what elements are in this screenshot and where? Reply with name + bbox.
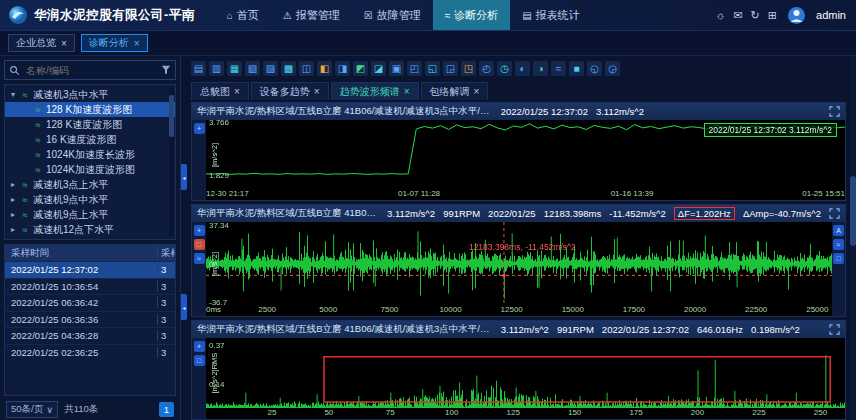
table-row[interactable]: 2022/01/25 04:36:283: [5, 327, 175, 344]
menu-item-alarm[interactable]: ⚠报警管理: [271, 0, 352, 30]
main-scrollbar[interactable]: [850, 56, 856, 420]
close-icon[interactable]: ×: [134, 38, 140, 49]
sample-value-cell: 3: [157, 330, 175, 341]
waterfall-tool-icon[interactable]: ▩: [281, 61, 296, 76]
page-size-select[interactable]: 50条/页 ∨: [6, 401, 58, 418]
orbit-tool-icon[interactable]: ▣: [389, 61, 404, 76]
annotation-tool-icon[interactable]: A: [833, 225, 844, 236]
workspace-tab-diagnosis[interactable]: 诊断分析×: [81, 34, 148, 52]
chart-tab-envelope[interactable]: 包络解调×: [421, 82, 489, 100]
waveform-tool-icon[interactable]: ◫: [299, 61, 314, 76]
wave-tool-icon[interactable]: ≈: [194, 253, 205, 264]
cepstrum-tool-icon[interactable]: ◩: [353, 61, 368, 76]
fullscreen-icon[interactable]: [829, 324, 840, 335]
wave-compare-tool-icon[interactable]: ≈: [551, 61, 566, 76]
refresh-icon[interactable]: ↻: [751, 9, 760, 21]
trend-tool-strip: +: [192, 120, 206, 200]
tree-scroll-thumb[interactable]: [169, 95, 174, 137]
tree-item-label: 1024K加速度长波形: [46, 148, 135, 162]
trend-tool-icon[interactable]: ▧: [245, 61, 260, 76]
chart-tab-overview[interactable]: 总貌图×: [191, 82, 249, 100]
box-select-tool-icon[interactable]: □: [194, 239, 205, 250]
overall-value: 3.112m/s^2: [596, 106, 644, 117]
theme-icon[interactable]: ☼: [715, 9, 725, 21]
box-select-tool-icon[interactable]: □: [194, 355, 205, 366]
matrix-tool-icon[interactable]: ▦: [227, 61, 242, 76]
close-icon[interactable]: ×: [61, 38, 67, 49]
chart-path: 华润平南水泥/熟料区域/五线B立磨 41B06/减速机/减速机3点中...: [197, 207, 379, 220]
close-icon[interactable]: ×: [234, 86, 240, 97]
zoom-tool-icon[interactable]: +: [194, 341, 205, 352]
waveform-chart-canvas[interactable]: [206, 222, 832, 305]
overview-tool-icon[interactable]: ▤: [191, 61, 206, 76]
menu-item-home[interactable]: ⌂首页: [215, 0, 271, 30]
mirror-tool-icon[interactable]: ◑: [533, 61, 548, 76]
table-row[interactable]: 2022/01/25 06:36:363: [5, 311, 175, 328]
menu-item-fault[interactable]: ☒故障管理: [352, 0, 433, 30]
table-row[interactable]: 2022/01/25 10:36:543: [5, 278, 175, 295]
collapse-handle[interactable]: ◂: [181, 164, 187, 190]
username[interactable]: admin: [816, 9, 846, 21]
polar-tool-icon[interactable]: ◲: [443, 61, 458, 76]
nyquist-tool-icon[interactable]: ◱: [425, 61, 440, 76]
band-cursor-icon[interactable]: □: [833, 253, 844, 264]
message-icon[interactable]: ✉: [733, 9, 742, 21]
menu-item-report[interactable]: ▤报表统计: [510, 0, 591, 30]
close-icon[interactable]: ×: [404, 86, 410, 97]
fullscreen-icon[interactable]: [829, 106, 840, 117]
compare-tool-icon[interactable]: ◐: [515, 61, 530, 76]
tree-scrollbar[interactable]: [169, 87, 174, 237]
page-number-button[interactable]: 1: [159, 402, 174, 417]
filter-icon[interactable]: [161, 65, 171, 75]
chart-tab-trend-wave-spectrum[interactable]: 趋势波形频谱×: [331, 82, 419, 100]
table-row[interactable]: 2022/01/25 02:36:253: [5, 344, 175, 361]
apps-icon[interactable]: ⊞: [768, 9, 777, 21]
app-title: 华润水泥控股有限公司-平南: [34, 7, 195, 24]
spectrum-tool-icon[interactable]: ◧: [317, 61, 332, 76]
tree-item[interactable]: ≈1024K加速度长波形: [5, 147, 175, 162]
search-icon[interactable]: [9, 65, 20, 76]
col-sample-value[interactable]: 采样值: [157, 247, 175, 260]
tree-item[interactable]: ▾≈减速机3点中水平: [5, 87, 175, 102]
fullscreen-icon[interactable]: [829, 208, 840, 219]
close-icon[interactable]: ×: [474, 86, 480, 97]
tree-item[interactable]: ≈128 K速度波形图: [5, 117, 175, 132]
harmonic-cursor-icon[interactable]: ≈: [833, 239, 844, 250]
col-sample-time[interactable]: 采样时间: [5, 247, 157, 260]
tree-item[interactable]: ▸≈减速机3点上水平: [5, 177, 175, 192]
menu-item-diagnosis[interactable]: ≈诊断分析: [433, 0, 511, 30]
envelope-tool-icon[interactable]: ◨: [335, 61, 350, 76]
zoom-tool-icon[interactable]: +: [194, 123, 205, 134]
zoom-tool-icon[interactable]: +: [194, 225, 205, 236]
tree-item[interactable]: ≈128 K加速度波形图: [5, 102, 175, 117]
shaft-centerline-tool-icon[interactable]: ◳: [461, 61, 476, 76]
workspace-tab-enterprise-overview[interactable]: 企业总览×: [8, 34, 75, 52]
close-icon[interactable]: ×: [314, 86, 320, 97]
settings-tool-icon[interactable]: ◶: [605, 61, 620, 76]
report-tool-icon[interactable]: ■: [569, 61, 584, 76]
avatar[interactable]: [788, 7, 805, 24]
spectrum-chart-canvas[interactable]: [206, 338, 845, 408]
chart-path: 华润平南水泥/熟料区域/五线B立磨 41B06/减速机/减速机3点中水平/128…: [197, 105, 493, 118]
tree-item[interactable]: ▸≈减速机12点下水平: [5, 222, 175, 237]
multi-trend-tool-icon[interactable]: ▨: [263, 61, 278, 76]
cross-spectrum-tool-icon[interactable]: ◪: [371, 61, 386, 76]
search-input[interactable]: [24, 64, 157, 77]
export-tool-icon[interactable]: ◵: [587, 61, 602, 76]
y-axis-tick: 3.766: [209, 120, 229, 127]
history-tool-icon[interactable]: ◷: [497, 61, 512, 76]
x-axis-tick: 0ms: [206, 305, 221, 314]
tree-item[interactable]: ≈1024K加速度波形图: [5, 162, 175, 177]
tree-item[interactable]: ▸≈减速机9点中水平: [5, 192, 175, 207]
clock-tool-icon[interactable]: ◴: [479, 61, 494, 76]
tree-item[interactable]: ▸≈减速机9点上水平: [5, 207, 175, 222]
collapse-handle[interactable]: ◂: [181, 294, 187, 320]
chart-tab-multi-trend[interactable]: 设备多趋势×: [251, 82, 329, 100]
table-row[interactable]: 2022/01/25 12:37:023: [5, 261, 175, 278]
tree-item[interactable]: ≈16 K速度波形图: [5, 132, 175, 147]
bode-tool-icon[interactable]: ◰: [407, 61, 422, 76]
device-list-tool-icon[interactable]: ▥: [209, 61, 224, 76]
wave-icon: ≈: [33, 150, 43, 160]
main-scroll-thumb[interactable]: [850, 176, 856, 246]
table-row[interactable]: 2022/01/25 06:36:423: [5, 294, 175, 311]
